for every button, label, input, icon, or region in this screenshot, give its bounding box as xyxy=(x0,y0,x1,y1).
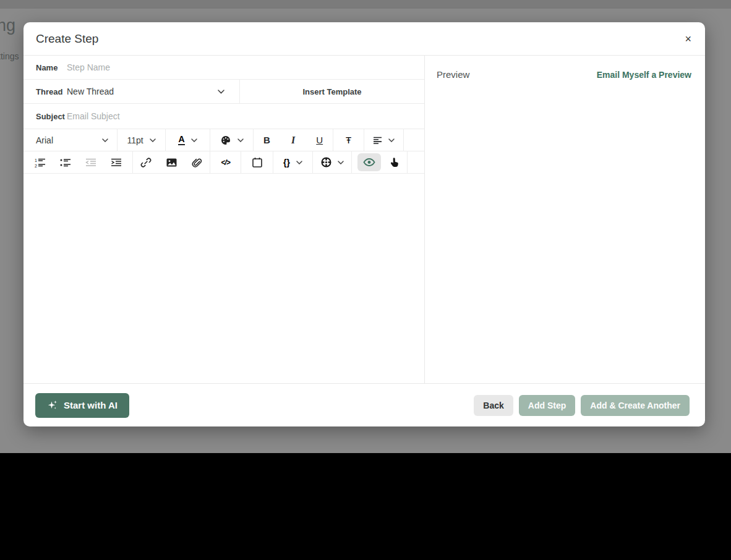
email-subject-input[interactable] xyxy=(64,111,424,121)
email-myself-preview-link[interactable]: Email Myself a Preview xyxy=(597,70,691,80)
chevron-down-icon xyxy=(338,161,344,164)
create-step-modal: Create Step × Name Thread New Thread xyxy=(24,22,705,426)
chevron-down-icon xyxy=(237,138,244,142)
ordered-list-button[interactable]: 1 2 xyxy=(27,155,53,170)
dynamic-content-select[interactable] xyxy=(313,151,352,173)
palette-icon xyxy=(220,135,231,146)
link-button[interactable] xyxy=(134,155,159,171)
add-step-button[interactable]: Add Step xyxy=(519,395,575,416)
image-button[interactable] xyxy=(159,156,184,169)
subject-field-row: Subject xyxy=(24,104,424,129)
font-size-select[interactable]: 11pt xyxy=(118,129,166,151)
outdent-icon xyxy=(85,158,96,167)
pointer-hand-icon xyxy=(389,157,399,168)
screen: ng ttings Create Step × Name Thread New … xyxy=(0,0,731,560)
font-size-value: 11pt xyxy=(127,135,143,145)
bold-icon: B xyxy=(263,135,270,145)
align-left-icon xyxy=(373,137,382,144)
highlight-color-button[interactable] xyxy=(210,129,254,151)
chevron-down-icon xyxy=(102,138,108,142)
text-color-button[interactable]: A xyxy=(166,129,210,151)
eye-icon xyxy=(363,158,375,166)
bullet-list-button[interactable] xyxy=(53,156,78,169)
merge-tags-icon: {} xyxy=(283,158,290,168)
subject-label: Subject xyxy=(24,112,64,121)
bold-button[interactable]: B xyxy=(254,132,280,148)
chevron-down-icon xyxy=(150,138,156,142)
pointer-hand-button[interactable] xyxy=(386,155,402,170)
code-icon: </> xyxy=(221,158,229,167)
svg-text:1: 1 xyxy=(35,158,37,162)
name-field-row: Name xyxy=(24,56,424,80)
outdent-button[interactable] xyxy=(78,156,103,169)
step-name-input[interactable] xyxy=(64,62,424,72)
font-family-select[interactable]: Arial xyxy=(24,129,118,151)
chevron-down-icon xyxy=(218,90,224,94)
chevron-down-icon xyxy=(191,138,197,142)
attachment-button[interactable] xyxy=(184,155,210,171)
link-icon xyxy=(140,157,152,168)
background-nav-partial: ttings xyxy=(0,51,19,61)
image-icon xyxy=(166,158,177,167)
underline-icon: U xyxy=(316,135,323,145)
indent-icon xyxy=(111,158,122,167)
preview-eye-button[interactable] xyxy=(357,153,381,171)
format-toolbar-row-1: Arial 11pt A xyxy=(24,129,424,151)
preview-pane: Preview Email Myself a Preview xyxy=(425,56,705,383)
bullet-list-icon xyxy=(60,158,71,167)
paperclip-icon xyxy=(191,157,202,168)
media-group xyxy=(133,151,210,173)
font-family-value: Arial xyxy=(36,135,53,145)
align-select[interactable] xyxy=(364,129,404,151)
dynamic-content-icon xyxy=(321,157,331,168)
toolbar-spacer xyxy=(408,151,424,173)
email-body-editor[interactable] xyxy=(24,174,424,383)
format-toolbar-row-2: 1 2 xyxy=(24,151,424,174)
modal-title: Create Step xyxy=(36,32,98,46)
editor-pane: Name Thread New Thread Insert Template S… xyxy=(24,56,425,383)
strikethrough-icon: Ŧ xyxy=(346,135,351,145)
italic-icon: I xyxy=(291,135,295,146)
background-heading-partial: ng xyxy=(0,16,15,35)
strikethrough-button[interactable]: Ŧ xyxy=(333,129,364,151)
text-color-icon: A xyxy=(178,135,184,145)
ordered-list-icon: 1 2 xyxy=(35,158,46,168)
start-with-ai-label: Start with AI xyxy=(64,400,118,410)
thread-label: Thread xyxy=(24,87,64,96)
modal-header: Create Step × xyxy=(24,22,705,56)
thread-select[interactable]: New Thread xyxy=(64,80,239,103)
calendar-icon xyxy=(252,157,262,168)
underline-button[interactable]: U xyxy=(306,132,333,148)
view-tools-group xyxy=(352,151,408,173)
add-create-another-button[interactable]: Add & Create Another xyxy=(581,395,690,416)
list-group: 1 2 xyxy=(24,151,133,173)
svg-text:2: 2 xyxy=(35,163,37,168)
modal-footer: Start with AI Back Add Step Add & Create… xyxy=(24,383,705,426)
calendar-button[interactable] xyxy=(241,151,273,173)
insert-template-button[interactable]: Insert Template xyxy=(239,80,424,103)
thread-field-row: Thread New Thread Insert Template xyxy=(24,80,424,104)
inline-style-group: B I U xyxy=(254,129,333,151)
sparkle-icon xyxy=(47,399,58,411)
code-view-button[interactable]: </> xyxy=(210,151,241,173)
indent-button[interactable] xyxy=(103,156,129,169)
background-top-bar xyxy=(0,0,731,9)
toolbar-spacer xyxy=(404,129,424,151)
italic-button[interactable]: I xyxy=(280,132,307,148)
start-with-ai-button[interactable]: Start with AI xyxy=(35,393,129,418)
chevron-down-icon xyxy=(388,138,395,142)
thread-selected-value: New Thread xyxy=(64,87,218,96)
preview-title: Preview xyxy=(437,69,469,80)
chevron-down-icon xyxy=(296,161,302,164)
close-icon[interactable]: × xyxy=(685,33,691,45)
name-label: Name xyxy=(24,63,64,72)
back-button[interactable]: Back xyxy=(474,395,513,416)
merge-tags-select[interactable]: {} xyxy=(273,151,313,173)
